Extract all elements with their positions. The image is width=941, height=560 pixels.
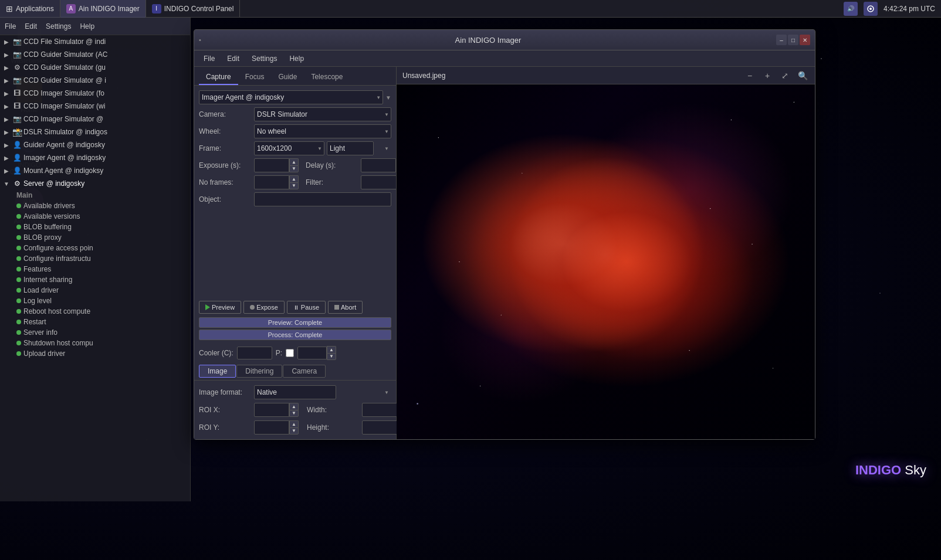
exposure-up-button[interactable]: ▲ (289, 158, 299, 165)
menu-file[interactable]: File (199, 53, 219, 65)
exposure-down-button[interactable]: ▼ (289, 165, 299, 172)
cooler-p-down-button[interactable]: ▼ (327, 353, 336, 360)
desktop: ⊞ Applications A Ain INDIGO Imager I IND… (0, 0, 941, 560)
network-tray-icon[interactable] (864, 2, 878, 16)
taskbar-applications[interactable]: ⊞ Applications (0, 0, 60, 18)
side-menu-settings[interactable]: Settings (46, 22, 71, 30)
roi-y-down[interactable]: ▼ (289, 427, 299, 435)
menu-help[interactable]: Help (285, 53, 309, 65)
tree-item-mount-agent[interactable]: ▶ 👤 Mount Agent @ indigoksy (0, 164, 190, 177)
status-dot (16, 330, 21, 335)
abort-button[interactable]: Abort (328, 301, 363, 314)
filter-select[interactable] (361, 175, 396, 189)
tree-container: ▶ 📷 CCD File Simulator @ indi ▶ 📷 CCD Gu… (0, 35, 190, 359)
server-log-level[interactable]: Log level (0, 296, 190, 306)
tree-label: CCD Imager Simulator (fo (23, 89, 104, 97)
server-available-versions[interactable]: Available versions (0, 211, 190, 222)
roi-y-label: ROI Y: (199, 423, 252, 432)
cooler-p-up-button[interactable]: ▲ (327, 346, 336, 353)
tree-item-ccd-guider-i[interactable]: ▶ 📷 CCD Guider Simulator @ i (0, 74, 190, 87)
roi-x-down[interactable]: ▼ (289, 410, 299, 417)
camera-select[interactable]: DSLR Simulator (254, 107, 391, 121)
agent-select[interactable]: Imager Agent @ indigosky (199, 90, 383, 104)
frame-size-select[interactable]: 1600x1200 (254, 141, 324, 155)
roi-y-up[interactable]: ▲ (289, 420, 299, 427)
tab-focus[interactable]: Focus (238, 70, 272, 85)
frame-type-select[interactable]: Light (327, 141, 374, 155)
server-configure-access[interactable]: Configure access poin (0, 243, 190, 253)
object-input[interactable] (254, 192, 391, 206)
frames-input[interactable]: 1 (254, 175, 289, 189)
roi-y-input[interactable]: 0 (254, 420, 289, 435)
cooler-p-input[interactable]: 0.00 (297, 347, 327, 359)
side-menu-edit[interactable]: Edit (25, 22, 37, 30)
side-menu-help[interactable]: Help (80, 22, 94, 30)
window-maximize-button[interactable]: □ (788, 35, 798, 45)
item-label: Shutdown host compu (23, 339, 93, 347)
tree-item-server[interactable]: ▼ ⚙ Server @ indigosky (0, 177, 190, 190)
tree-item-ccd-imager-wi[interactable]: ▶ 🎞 CCD Imager Simulator (wi (0, 100, 190, 113)
wheel-select[interactable]: No wheel (254, 124, 391, 138)
item-label: Reboot host compute (23, 307, 90, 315)
image-format-select[interactable]: Native (254, 385, 336, 399)
arrow-icon: ▶ (2, 167, 11, 175)
tree-item-ccd-imager-at[interactable]: ▶ 📷 CCD Imager Simulator @ (0, 113, 190, 125)
server-blob-proxy[interactable]: BLOB proxy (0, 232, 190, 243)
pause-button[interactable]: ⏸ Pause (287, 301, 326, 314)
tree-item-ccd-guider-ac[interactable]: ▶ 📷 CCD Guider Simulator (AC (0, 48, 190, 61)
tree-item-ccd-imager-fo[interactable]: ▶ 🎞 CCD Imager Simulator (fo (0, 87, 190, 100)
side-menu-file[interactable]: File (5, 22, 16, 30)
sub-tab-dithering[interactable]: Dithering (236, 365, 282, 378)
taskbar-indigo-cp[interactable]: I INDIGO Control Panel (146, 0, 241, 18)
expose-button[interactable]: Expose (243, 301, 285, 314)
zoom-out-button[interactable]: − (743, 69, 756, 82)
svg-point-1 (869, 8, 872, 10)
tree-item-dslr[interactable]: ▶ 📸 DSLR Simulator @ indigos (0, 125, 190, 138)
tree-item-guider-agent[interactable]: ▶ 👤 Guider Agent @ indigosky (0, 138, 190, 151)
server-shutdown[interactable]: Shutdown host compu (0, 338, 190, 348)
server-reboot[interactable]: Reboot host compute (0, 306, 190, 317)
tab-telescope[interactable]: Telescope (304, 70, 350, 85)
roi-x-up[interactable]: ▲ (289, 403, 299, 410)
fit-button[interactable]: ⤢ (778, 69, 791, 82)
cooler-enabled-checkbox[interactable] (286, 349, 294, 357)
server-internet-sharing[interactable]: Internet sharing (0, 274, 190, 285)
taskbar-ain-imager[interactable]: A Ain INDIGO Imager (60, 0, 146, 18)
exposure-input[interactable]: 1.00 (254, 158, 289, 172)
system-tray-icon[interactable]: 🔊 (844, 2, 858, 16)
server-restart[interactable]: Restart (0, 317, 190, 327)
server-info[interactable]: Server info (0, 327, 190, 338)
server-configure-infra[interactable]: Configure infrastructu (0, 253, 190, 264)
zoom-100-button[interactable]: 🔍 (796, 69, 809, 82)
server-features[interactable]: Features (0, 264, 190, 274)
frames-up-button[interactable]: ▲ (289, 175, 299, 182)
roi-x-input[interactable]: 0 (254, 403, 289, 417)
width-input[interactable]: 0 (362, 403, 397, 417)
server-blob-buffering[interactable]: BLOB buffering (0, 222, 190, 232)
menu-settings[interactable]: Settings (247, 53, 282, 65)
zoom-in-button[interactable]: + (761, 69, 774, 82)
server-available-drivers[interactable]: Available drivers (0, 201, 190, 211)
height-input[interactable]: 0 (362, 420, 397, 435)
server-load-driver[interactable]: Load driver (0, 285, 190, 296)
height-label: Height: (307, 423, 360, 432)
camera-icon: 📷 (12, 50, 22, 59)
sub-tab-image[interactable]: Image (199, 365, 236, 378)
preview-button[interactable]: Preview (199, 301, 241, 314)
tab-guide[interactable]: Guide (271, 70, 304, 85)
tree-item-imager-agent[interactable]: ▶ 👤 Imager Agent @ indigosky (0, 151, 190, 164)
server-upload-driver[interactable]: Upload driver (0, 348, 190, 359)
menu-edit[interactable]: Edit (222, 53, 244, 65)
sub-tab-camera[interactable]: Camera (283, 365, 326, 378)
tree-item-ccd-guider-gu[interactable]: ▶ ⚙ CCD Guider Simulator (gu (0, 61, 190, 74)
cooler-temp-input[interactable] (237, 347, 272, 359)
dslr-icon: 📸 (12, 127, 22, 137)
window-close-button[interactable]: ✕ (800, 35, 810, 45)
window-minimize-button[interactable]: – (776, 35, 787, 45)
delay-input[interactable]: 0.00 (361, 158, 396, 172)
tree-item-ccd-file[interactable]: ▶ 📷 CCD File Simulator @ indi (0, 35, 190, 48)
frames-spinner-btns: ▲ ▼ (289, 175, 299, 189)
tab-capture[interactable]: Capture (199, 70, 238, 85)
stop-icon (334, 305, 339, 310)
frames-down-button[interactable]: ▼ (289, 182, 299, 189)
